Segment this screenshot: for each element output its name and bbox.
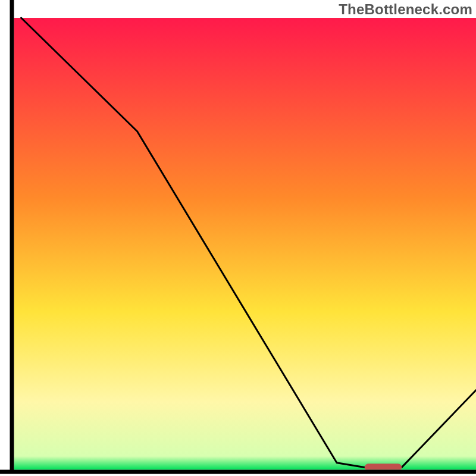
bottleneck-chart [0,0,476,476]
chart-frame: TheBottleneck.com [0,0,476,476]
gradient-background [14,18,477,470]
watermark-text: TheBottleneck.com [339,1,472,18]
